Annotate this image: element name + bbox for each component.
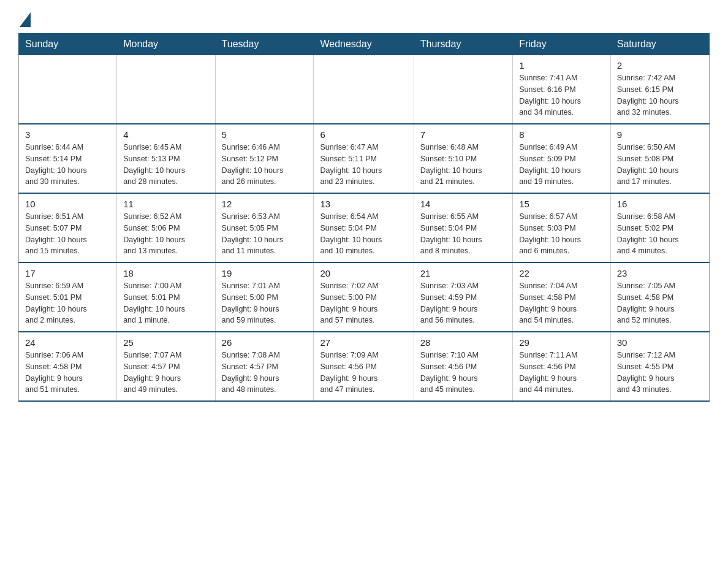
day-number: 14 bbox=[420, 199, 506, 209]
calendar-day-cell: 4Sunrise: 6:45 AM Sunset: 5:13 PM Daylig… bbox=[117, 124, 215, 193]
calendar-day-cell: 29Sunrise: 7:11 AM Sunset: 4:56 PM Dayli… bbox=[513, 332, 611, 401]
calendar-day-cell: 30Sunrise: 7:12 AM Sunset: 4:55 PM Dayli… bbox=[610, 332, 709, 401]
calendar-day-cell: 15Sunrise: 6:57 AM Sunset: 5:03 PM Dayli… bbox=[513, 193, 611, 262]
day-info: Sunrise: 7:03 AM Sunset: 4:59 PM Dayligh… bbox=[420, 280, 506, 326]
calendar-day-cell: 20Sunrise: 7:02 AM Sunset: 5:00 PM Dayli… bbox=[314, 262, 414, 332]
day-info: Sunrise: 7:00 AM Sunset: 5:01 PM Dayligh… bbox=[123, 280, 208, 326]
day-info: Sunrise: 7:41 AM Sunset: 6:16 PM Dayligh… bbox=[519, 72, 604, 118]
day-info: Sunrise: 6:46 AM Sunset: 5:12 PM Dayligh… bbox=[222, 142, 308, 188]
day-number: 28 bbox=[420, 337, 506, 348]
logo bbox=[18, 12, 31, 27]
calendar-day-cell: 25Sunrise: 7:07 AM Sunset: 4:57 PM Dayli… bbox=[117, 332, 215, 401]
day-info: Sunrise: 7:07 AM Sunset: 4:57 PM Dayligh… bbox=[123, 350, 208, 396]
calendar-day-cell: 22Sunrise: 7:04 AM Sunset: 4:58 PM Dayli… bbox=[513, 262, 611, 332]
day-number: 1 bbox=[519, 60, 604, 71]
day-number: 18 bbox=[123, 268, 208, 278]
day-info: Sunrise: 7:06 AM Sunset: 4:58 PM Dayligh… bbox=[25, 350, 110, 396]
day-number: 12 bbox=[222, 199, 308, 209]
calendar-day-cell: 6Sunrise: 6:47 AM Sunset: 5:11 PM Daylig… bbox=[314, 124, 414, 193]
day-info: Sunrise: 6:44 AM Sunset: 5:14 PM Dayligh… bbox=[25, 142, 110, 188]
weekday-header-sunday: Sunday bbox=[19, 34, 117, 55]
weekday-header-friday: Friday bbox=[513, 34, 611, 55]
calendar-table: SundayMondayTuesdayWednesdayThursdayFrid… bbox=[18, 33, 710, 402]
day-number: 27 bbox=[320, 337, 407, 348]
day-number: 15 bbox=[519, 199, 604, 209]
day-info: Sunrise: 6:53 AM Sunset: 5:05 PM Dayligh… bbox=[222, 211, 308, 257]
day-number: 9 bbox=[617, 129, 703, 140]
page-header bbox=[18, 12, 710, 27]
day-info: Sunrise: 7:02 AM Sunset: 5:00 PM Dayligh… bbox=[320, 280, 407, 326]
day-number: 8 bbox=[519, 129, 604, 140]
day-number: 4 bbox=[123, 129, 208, 140]
day-info: Sunrise: 7:11 AM Sunset: 4:56 PM Dayligh… bbox=[519, 350, 604, 396]
day-info: Sunrise: 7:01 AM Sunset: 5:00 PM Dayligh… bbox=[222, 280, 308, 326]
day-number: 19 bbox=[222, 268, 308, 278]
day-number: 25 bbox=[123, 337, 208, 348]
day-info: Sunrise: 6:59 AM Sunset: 5:01 PM Dayligh… bbox=[25, 280, 110, 326]
weekday-header-monday: Monday bbox=[117, 34, 215, 55]
weekday-header-thursday: Thursday bbox=[414, 34, 512, 55]
day-number: 16 bbox=[617, 199, 703, 209]
calendar-day-cell: 21Sunrise: 7:03 AM Sunset: 4:59 PM Dayli… bbox=[414, 262, 512, 332]
day-info: Sunrise: 7:10 AM Sunset: 4:56 PM Dayligh… bbox=[420, 350, 506, 396]
calendar-day-cell: 27Sunrise: 7:09 AM Sunset: 4:56 PM Dayli… bbox=[314, 332, 414, 401]
day-info: Sunrise: 6:48 AM Sunset: 5:10 PM Dayligh… bbox=[420, 142, 506, 188]
day-info: Sunrise: 6:55 AM Sunset: 5:04 PM Dayligh… bbox=[420, 211, 506, 257]
calendar-day-cell: 5Sunrise: 6:46 AM Sunset: 5:12 PM Daylig… bbox=[215, 124, 314, 193]
calendar-week-row: 1Sunrise: 7:41 AM Sunset: 6:16 PM Daylig… bbox=[19, 55, 710, 124]
calendar-day-cell: 19Sunrise: 7:01 AM Sunset: 5:00 PM Dayli… bbox=[215, 262, 314, 332]
calendar-day-cell: 28Sunrise: 7:10 AM Sunset: 4:56 PM Dayli… bbox=[414, 332, 512, 401]
day-info: Sunrise: 6:47 AM Sunset: 5:11 PM Dayligh… bbox=[320, 142, 407, 188]
calendar-day-cell: 23Sunrise: 7:05 AM Sunset: 4:58 PM Dayli… bbox=[610, 262, 709, 332]
logo-triangle-icon bbox=[20, 12, 31, 27]
calendar-day-cell bbox=[215, 55, 314, 124]
calendar-week-row: 24Sunrise: 7:06 AM Sunset: 4:58 PM Dayli… bbox=[19, 332, 710, 401]
calendar-day-cell: 8Sunrise: 6:49 AM Sunset: 5:09 PM Daylig… bbox=[513, 124, 611, 193]
day-number: 2 bbox=[617, 60, 703, 71]
day-number: 29 bbox=[519, 337, 604, 348]
day-number: 3 bbox=[25, 129, 110, 140]
day-number: 20 bbox=[320, 268, 407, 278]
calendar-day-cell: 2Sunrise: 7:42 AM Sunset: 6:15 PM Daylig… bbox=[610, 55, 709, 124]
day-number: 11 bbox=[123, 199, 208, 209]
calendar-day-cell: 12Sunrise: 6:53 AM Sunset: 5:05 PM Dayli… bbox=[215, 193, 314, 262]
day-info: Sunrise: 6:57 AM Sunset: 5:03 PM Dayligh… bbox=[519, 211, 604, 257]
calendar-day-cell: 14Sunrise: 6:55 AM Sunset: 5:04 PM Dayli… bbox=[414, 193, 512, 262]
calendar-day-cell: 10Sunrise: 6:51 AM Sunset: 5:07 PM Dayli… bbox=[19, 193, 117, 262]
weekday-header-tuesday: Tuesday bbox=[215, 34, 314, 55]
day-number: 5 bbox=[222, 129, 308, 140]
calendar-week-row: 3Sunrise: 6:44 AM Sunset: 5:14 PM Daylig… bbox=[19, 124, 710, 193]
day-info: Sunrise: 7:12 AM Sunset: 4:55 PM Dayligh… bbox=[617, 350, 703, 396]
day-info: Sunrise: 6:52 AM Sunset: 5:06 PM Dayligh… bbox=[123, 211, 208, 257]
day-info: Sunrise: 6:50 AM Sunset: 5:08 PM Dayligh… bbox=[617, 142, 703, 188]
day-number: 10 bbox=[25, 199, 110, 209]
calendar-day-cell: 24Sunrise: 7:06 AM Sunset: 4:58 PM Dayli… bbox=[19, 332, 117, 401]
day-info: Sunrise: 7:08 AM Sunset: 4:57 PM Dayligh… bbox=[222, 350, 308, 396]
day-number: 24 bbox=[25, 337, 110, 348]
calendar-day-cell: 7Sunrise: 6:48 AM Sunset: 5:10 PM Daylig… bbox=[414, 124, 512, 193]
calendar-day-cell bbox=[117, 55, 215, 124]
day-number: 23 bbox=[617, 268, 703, 278]
day-number: 26 bbox=[222, 337, 308, 348]
calendar-week-row: 10Sunrise: 6:51 AM Sunset: 5:07 PM Dayli… bbox=[19, 193, 710, 262]
calendar-day-cell: 17Sunrise: 6:59 AM Sunset: 5:01 PM Dayli… bbox=[19, 262, 117, 332]
calendar-day-cell: 13Sunrise: 6:54 AM Sunset: 5:04 PM Dayli… bbox=[314, 193, 414, 262]
calendar-day-cell: 16Sunrise: 6:58 AM Sunset: 5:02 PM Dayli… bbox=[610, 193, 709, 262]
weekday-header-wednesday: Wednesday bbox=[314, 34, 414, 55]
calendar-day-cell: 1Sunrise: 7:41 AM Sunset: 6:16 PM Daylig… bbox=[513, 55, 611, 124]
day-info: Sunrise: 6:51 AM Sunset: 5:07 PM Dayligh… bbox=[25, 211, 110, 257]
calendar-week-row: 17Sunrise: 6:59 AM Sunset: 5:01 PM Dayli… bbox=[19, 262, 710, 332]
calendar-header-row: SundayMondayTuesdayWednesdayThursdayFrid… bbox=[19, 34, 710, 55]
day-info: Sunrise: 6:45 AM Sunset: 5:13 PM Dayligh… bbox=[123, 142, 208, 188]
calendar-day-cell bbox=[19, 55, 117, 124]
day-info: Sunrise: 7:04 AM Sunset: 4:58 PM Dayligh… bbox=[519, 280, 604, 326]
day-info: Sunrise: 7:05 AM Sunset: 4:58 PM Dayligh… bbox=[617, 280, 703, 326]
day-info: Sunrise: 7:09 AM Sunset: 4:56 PM Dayligh… bbox=[320, 350, 407, 396]
day-number: 22 bbox=[519, 268, 604, 278]
day-number: 30 bbox=[617, 337, 703, 348]
day-info: Sunrise: 7:42 AM Sunset: 6:15 PM Dayligh… bbox=[617, 72, 703, 118]
day-number: 17 bbox=[25, 268, 110, 278]
day-number: 6 bbox=[320, 129, 407, 140]
day-info: Sunrise: 6:49 AM Sunset: 5:09 PM Dayligh… bbox=[519, 142, 604, 188]
calendar-day-cell: 18Sunrise: 7:00 AM Sunset: 5:01 PM Dayli… bbox=[117, 262, 215, 332]
